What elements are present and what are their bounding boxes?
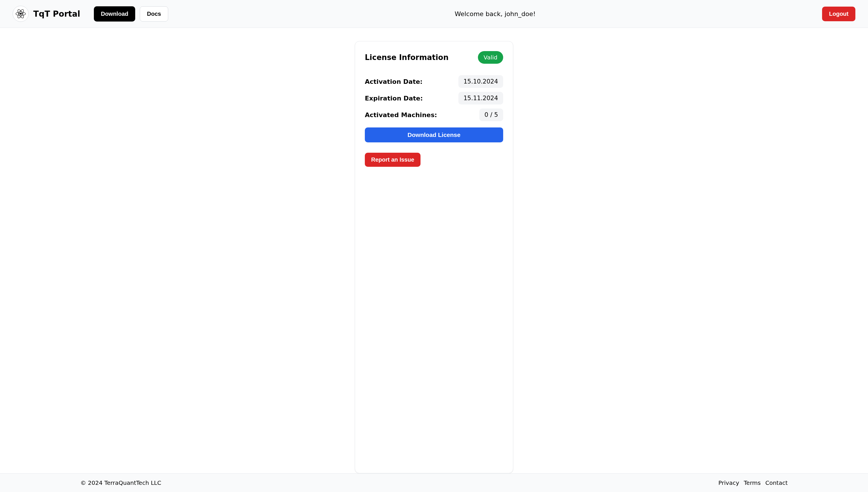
welcome-text: Welcome back, john_doe! (455, 10, 536, 18)
info-row-machines: Activated Machines: 0 / 5 (365, 108, 503, 121)
download-button[interactable]: Download (94, 6, 135, 22)
expiration-date-value: 15.11.2024 (458, 92, 503, 104)
report-issue-button[interactable]: Report an Issue (365, 153, 421, 167)
svg-text:TQT: TQT (19, 13, 23, 15)
download-license-button[interactable]: Download License (365, 127, 503, 142)
main-content: License Information Valid Activation Dat… (0, 28, 868, 473)
atom-logo-icon: TQT (13, 6, 29, 22)
contact-link[interactable]: Contact (765, 479, 788, 486)
expiration-date-label: Expiration Date: (365, 95, 423, 102)
brand-name: TqT Portal (33, 9, 80, 19)
card-title: License Information (365, 53, 449, 62)
info-row-expiration: Expiration Date: 15.11.2024 (365, 92, 503, 104)
status-badge: Valid (478, 51, 503, 64)
footer-links: Privacy Terms Contact (718, 479, 788, 486)
activated-machines-label: Activated Machines: (365, 112, 437, 119)
docs-button[interactable]: Docs (140, 6, 168, 22)
navbar: TQT TqT Portal Download Docs Welcome bac… (0, 0, 868, 28)
activation-date-label: Activation Date: (365, 78, 423, 85)
activation-date-value: 15.10.2024 (458, 75, 503, 88)
activated-machines-value: 0 / 5 (479, 108, 503, 121)
copyright-text: © 2024 TerraQuantTech LLC (80, 479, 161, 486)
nav-buttons: Download Docs (94, 6, 168, 22)
brand[interactable]: TQT TqT Portal (13, 6, 80, 22)
info-row-activation: Activation Date: 15.10.2024 (365, 75, 503, 88)
nav-left: TQT TqT Portal Download Docs (13, 6, 168, 22)
footer: © 2024 TerraQuantTech LLC Privacy Terms … (0, 473, 868, 492)
privacy-link[interactable]: Privacy (718, 479, 739, 486)
card-header: License Information Valid (365, 51, 503, 64)
terms-link[interactable]: Terms (744, 479, 761, 486)
logout-button[interactable]: Logout (822, 7, 855, 21)
license-card: License Information Valid Activation Dat… (355, 41, 513, 473)
